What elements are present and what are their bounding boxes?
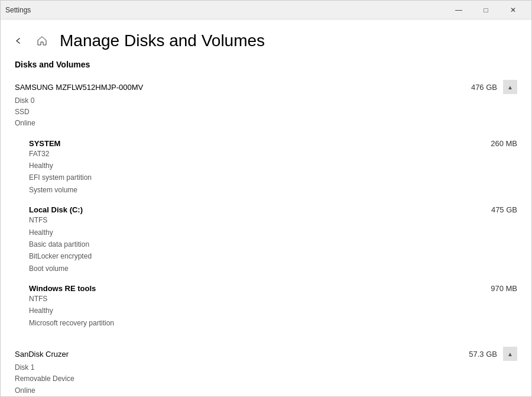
back-icon [15, 37, 22, 44]
disk-subline: Online [15, 385, 517, 396]
disk-size-row: 476 GB▲ [471, 80, 517, 94]
volume-detail-line: BitLocker encrypted [29, 250, 517, 262]
titlebar-left: Settings [5, 6, 31, 14]
page-header: Manage Disks and Volumes [1, 20, 531, 57]
volumes-list: SYSTEM260 MBFAT32HealthyEFI system parti… [29, 134, 517, 334]
disk-group-disk1: SanDisk Cruzer57.3 GB▲Disk 1Removable De… [1, 343, 531, 397]
disk-size-row: 57.3 GB▲ [469, 347, 517, 361]
page-title: Manage Disks and Volumes [60, 31, 265, 50]
volume-header: SYSTEM260 MB [29, 139, 517, 148]
disk-header-disk1: SanDisk Cruzer57.3 GB▲ [15, 343, 517, 362]
disk-subinfo: Disk 0SSDOnline [15, 95, 517, 132]
volume-header: Local Disk (C:)475 GB [29, 205, 517, 214]
disk-header-disk0: SAMSUNG MZFLW512HMJP-000MV476 GB▲ [15, 76, 517, 95]
disk-subinfo: Disk 1Removable DeviceOnline [15, 362, 517, 397]
volume-detail-line: Healthy [29, 227, 517, 238]
volume-size: 260 MB [491, 139, 517, 148]
volume-detail-line: FAT32 [29, 148, 517, 160]
section-title: Disks and Volumes [1, 57, 531, 76]
titlebar-title: Settings [5, 6, 31, 14]
volume-details: FAT32HealthyEFI system partitionSystem v… [29, 148, 517, 196]
volume-detail-line: NTFS [29, 293, 517, 305]
chevron-up-button[interactable]: ▲ [503, 347, 517, 361]
volume-detail-line: System volume [29, 184, 517, 196]
volume-name: SYSTEM [29, 139, 60, 148]
volume-size: 475 GB [491, 205, 517, 214]
volume-detail-line: Healthy [29, 160, 517, 172]
disk-name: SanDisk Cruzer [15, 350, 69, 359]
disk-size: 57.3 GB [469, 350, 497, 359]
disk-size: 476 GB [471, 83, 497, 92]
content-area: Manage Disks and Volumes Disks and Volum… [1, 20, 531, 397]
back-button[interactable] [10, 33, 27, 49]
main-panel: Manage Disks and Volumes Disks and Volum… [1, 20, 531, 397]
volume-detail-line: Microsoft recovery partition [29, 317, 517, 329]
disks-container: SAMSUNG MZFLW512HMJP-000MV476 GB▲Disk 0S… [1, 76, 531, 397]
disk-subline: Online [15, 118, 517, 129]
volume-detail-line: Basic data partition [29, 238, 517, 250]
volume-item: Local Disk (C:)475 GBNTFSHealthyBasic da… [29, 201, 517, 279]
minimize-button[interactable]: — [445, 1, 472, 20]
chevron-up-button[interactable]: ▲ [503, 80, 517, 94]
home-icon [37, 36, 47, 46]
close-button[interactable]: ✕ [499, 1, 527, 20]
titlebar-controls: — □ ✕ [445, 1, 527, 20]
home-button[interactable] [34, 33, 50, 49]
disk-subline: Removable Device [15, 373, 517, 385]
volume-name: Windows RE tools [29, 284, 96, 293]
volume-size: 970 MB [491, 284, 517, 293]
volume-header: Windows RE tools970 MB [29, 284, 517, 293]
disk-subline: SSD [15, 106, 517, 118]
titlebar: Settings — □ ✕ [1, 1, 531, 20]
volume-detail-line: EFI system partition [29, 172, 517, 183]
volume-item: Windows RE tools970 MBNTFSHealthyMicroso… [29, 279, 517, 334]
maximize-button[interactable]: □ [472, 1, 499, 20]
volume-details: NTFSHealthyMicrosoft recovery partition [29, 293, 517, 329]
disk-group-disk0: SAMSUNG MZFLW512HMJP-000MV476 GB▲Disk 0S… [1, 76, 531, 334]
volume-item: SYSTEM260 MBFAT32HealthyEFI system parti… [29, 134, 517, 201]
volume-name: Local Disk (C:) [29, 205, 83, 214]
volume-details: NTFSHealthyBasic data partitionBitLocker… [29, 214, 517, 275]
volume-detail-line: NTFS [29, 214, 517, 226]
disk-subline: Disk 0 [15, 95, 517, 106]
volume-detail-line: Healthy [29, 305, 517, 317]
disk-subline: Disk 1 [15, 362, 517, 373]
disk-name: SAMSUNG MZFLW512HMJP-000MV [15, 83, 143, 92]
volume-detail-line: Boot volume [29, 263, 517, 275]
